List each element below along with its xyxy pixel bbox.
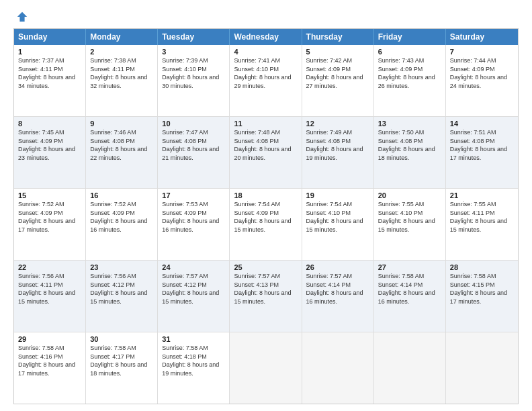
day-number: 22 [18, 263, 81, 271]
day-cell-14: 14 Sunrise: 7:51 AM Sunset: 4:08 PM Dayl… [446, 117, 518, 188]
day-number: 21 [450, 191, 514, 199]
day-info: Sunrise: 7:44 AM Sunset: 4:09 PM Dayligh… [450, 56, 514, 90]
calendar-row-4: 22 Sunrise: 7:56 AM Sunset: 4:11 PM Dayl… [14, 260, 518, 332]
day-cell-16: 16 Sunrise: 7:52 AM Sunset: 4:09 PM Dayl… [86, 189, 158, 260]
day-cell-19: 19 Sunrise: 7:54 AM Sunset: 4:10 PM Dayl… [302, 189, 374, 260]
day-info: Sunrise: 7:54 AM Sunset: 4:09 PM Dayligh… [234, 200, 297, 234]
day-cell-22: 22 Sunrise: 7:56 AM Sunset: 4:11 PM Dayl… [14, 261, 86, 332]
calendar-row-1: 1 Sunrise: 7:37 AM Sunset: 4:11 PM Dayli… [14, 45, 518, 116]
day-info: Sunrise: 7:43 AM Sunset: 4:09 PM Dayligh… [378, 56, 441, 90]
day-number: 8 [18, 120, 81, 128]
day-cell-12: 12 Sunrise: 7:49 AM Sunset: 4:08 PM Dayl… [302, 117, 374, 188]
day-number: 18 [234, 191, 297, 199]
day-number: 4 [234, 48, 297, 56]
day-cell-15: 15 Sunrise: 7:52 AM Sunset: 4:09 PM Dayl… [14, 189, 86, 260]
day-info: Sunrise: 7:49 AM Sunset: 4:08 PM Dayligh… [306, 128, 369, 162]
day-info: Sunrise: 7:58 AM Sunset: 4:14 PM Dayligh… [378, 272, 441, 306]
calendar-row-3: 15 Sunrise: 7:52 AM Sunset: 4:09 PM Dayl… [14, 188, 518, 260]
day-cell-30: 30 Sunrise: 7:58 AM Sunset: 4:17 PM Dayl… [86, 332, 158, 404]
empty-cell [446, 332, 518, 404]
day-cell-3: 3 Sunrise: 7:39 AM Sunset: 4:10 PM Dayli… [158, 45, 230, 116]
day-number: 19 [306, 191, 369, 199]
day-number: 20 [378, 191, 441, 199]
day-number: 10 [162, 120, 225, 128]
day-info: Sunrise: 7:51 AM Sunset: 4:08 PM Dayligh… [450, 128, 514, 162]
day-cell-31: 31 Sunrise: 7:58 AM Sunset: 4:18 PM Dayl… [158, 332, 230, 404]
day-info: Sunrise: 7:53 AM Sunset: 4:09 PM Dayligh… [162, 200, 225, 234]
day-number: 27 [378, 263, 441, 271]
day-info: Sunrise: 7:55 AM Sunset: 4:10 PM Dayligh… [378, 200, 441, 234]
day-info: Sunrise: 7:37 AM Sunset: 4:11 PM Dayligh… [18, 56, 81, 90]
day-info: Sunrise: 7:58 AM Sunset: 4:16 PM Dayligh… [18, 344, 81, 377]
day-info: Sunrise: 7:57 AM Sunset: 4:12 PM Dayligh… [162, 272, 225, 306]
day-number: 29 [18, 335, 81, 343]
day-info: Sunrise: 7:45 AM Sunset: 4:09 PM Dayligh… [18, 128, 81, 162]
day-number: 31 [162, 335, 225, 343]
logo [13, 11, 28, 23]
page-header [13, 11, 519, 23]
day-number: 26 [306, 263, 369, 271]
day-cell-6: 6 Sunrise: 7:43 AM Sunset: 4:09 PM Dayli… [374, 45, 446, 116]
day-cell-17: 17 Sunrise: 7:53 AM Sunset: 4:09 PM Dayl… [158, 189, 230, 260]
header-day-sunday: Sunday [14, 29, 86, 45]
day-cell-29: 29 Sunrise: 7:58 AM Sunset: 4:16 PM Dayl… [14, 332, 86, 404]
day-info: Sunrise: 7:39 AM Sunset: 4:10 PM Dayligh… [162, 56, 225, 90]
day-number: 5 [306, 48, 369, 56]
empty-cell [374, 332, 446, 404]
day-number: 2 [90, 48, 153, 56]
day-cell-9: 9 Sunrise: 7:46 AM Sunset: 4:08 PM Dayli… [86, 117, 158, 188]
day-number: 13 [378, 120, 441, 128]
day-number: 17 [162, 191, 225, 199]
day-info: Sunrise: 7:58 AM Sunset: 4:18 PM Dayligh… [162, 344, 225, 377]
day-info: Sunrise: 7:55 AM Sunset: 4:11 PM Dayligh… [450, 200, 514, 234]
day-info: Sunrise: 7:57 AM Sunset: 4:14 PM Dayligh… [306, 272, 369, 306]
empty-cell [302, 332, 374, 404]
day-number: 6 [378, 48, 441, 56]
day-info: Sunrise: 7:54 AM Sunset: 4:10 PM Dayligh… [306, 200, 369, 234]
day-number: 23 [90, 263, 153, 271]
header-day-monday: Monday [86, 29, 158, 45]
header-day-wednesday: Wednesday [230, 29, 302, 45]
day-cell-18: 18 Sunrise: 7:54 AM Sunset: 4:09 PM Dayl… [230, 189, 302, 260]
day-number: 30 [90, 335, 153, 343]
calendar-row-5: 29 Sunrise: 7:58 AM Sunset: 4:16 PM Dayl… [14, 332, 518, 404]
day-cell-8: 8 Sunrise: 7:45 AM Sunset: 4:09 PM Dayli… [14, 117, 86, 188]
day-number: 25 [234, 263, 297, 271]
day-cell-24: 24 Sunrise: 7:57 AM Sunset: 4:12 PM Dayl… [158, 261, 230, 332]
day-info: Sunrise: 7:52 AM Sunset: 4:09 PM Dayligh… [18, 200, 81, 234]
day-cell-11: 11 Sunrise: 7:48 AM Sunset: 4:08 PM Dayl… [230, 117, 302, 188]
day-info: Sunrise: 7:50 AM Sunset: 4:08 PM Dayligh… [378, 128, 441, 162]
day-cell-5: 5 Sunrise: 7:42 AM Sunset: 4:09 PM Dayli… [302, 45, 374, 116]
day-cell-7: 7 Sunrise: 7:44 AM Sunset: 4:09 PM Dayli… [446, 45, 518, 116]
day-cell-23: 23 Sunrise: 7:56 AM Sunset: 4:12 PM Dayl… [86, 261, 158, 332]
header-day-friday: Friday [374, 29, 446, 45]
day-info: Sunrise: 7:46 AM Sunset: 4:08 PM Dayligh… [90, 128, 153, 162]
calendar-row-2: 8 Sunrise: 7:45 AM Sunset: 4:09 PM Dayli… [14, 116, 518, 188]
day-number: 7 [450, 48, 514, 56]
day-number: 12 [306, 120, 369, 128]
day-info: Sunrise: 7:48 AM Sunset: 4:08 PM Dayligh… [234, 128, 297, 162]
day-cell-28: 28 Sunrise: 7:58 AM Sunset: 4:15 PM Dayl… [446, 261, 518, 332]
day-number: 1 [18, 48, 81, 56]
day-cell-25: 25 Sunrise: 7:57 AM Sunset: 4:13 PM Dayl… [230, 261, 302, 332]
day-number: 16 [90, 191, 153, 199]
day-number: 28 [450, 263, 514, 271]
day-cell-20: 20 Sunrise: 7:55 AM Sunset: 4:10 PM Dayl… [374, 189, 446, 260]
day-cell-26: 26 Sunrise: 7:57 AM Sunset: 4:14 PM Dayl… [302, 261, 374, 332]
svg-marker-0 [17, 12, 27, 21]
calendar-grid: SundayMondayTuesdayWednesdayThursdayFrid… [13, 28, 519, 404]
empty-cell [230, 332, 302, 404]
day-info: Sunrise: 7:56 AM Sunset: 4:11 PM Dayligh… [18, 272, 81, 306]
day-info: Sunrise: 7:56 AM Sunset: 4:12 PM Dayligh… [90, 272, 153, 306]
day-cell-27: 27 Sunrise: 7:58 AM Sunset: 4:14 PM Dayl… [374, 261, 446, 332]
calendar-page: SundayMondayTuesdayWednesdayThursdayFrid… [0, 0, 532, 411]
day-info: Sunrise: 7:52 AM Sunset: 4:09 PM Dayligh… [90, 200, 153, 234]
day-number: 24 [162, 263, 225, 271]
day-number: 3 [162, 48, 225, 56]
day-info: Sunrise: 7:47 AM Sunset: 4:08 PM Dayligh… [162, 128, 225, 162]
header-day-saturday: Saturday [446, 29, 518, 45]
day-number: 14 [450, 120, 514, 128]
day-cell-2: 2 Sunrise: 7:38 AM Sunset: 4:11 PM Dayli… [86, 45, 158, 116]
day-cell-4: 4 Sunrise: 7:41 AM Sunset: 4:10 PM Dayli… [230, 45, 302, 116]
calendar-body: 1 Sunrise: 7:37 AM Sunset: 4:11 PM Dayli… [14, 45, 518, 404]
